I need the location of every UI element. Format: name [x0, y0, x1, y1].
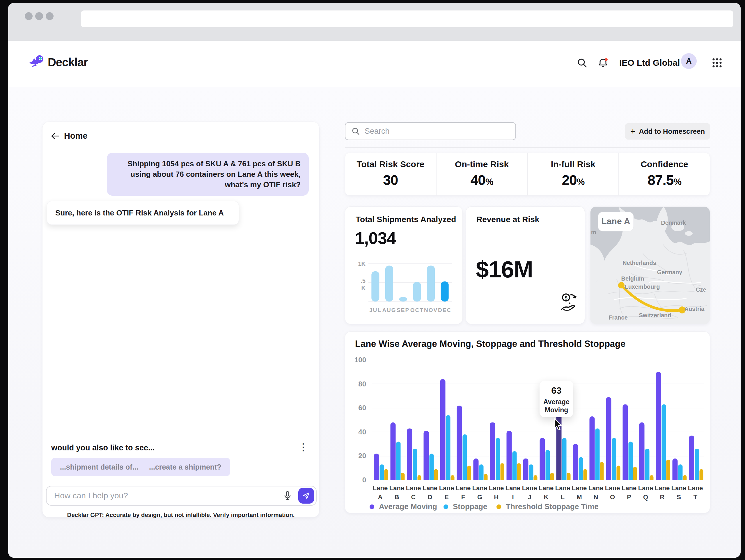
bar-threshold-stoppage-time-lane-a[interactable] — [384, 469, 388, 480]
bar-average-moving-lane-j[interactable] — [523, 458, 528, 480]
bar-average-moving-lane-q[interactable] — [639, 422, 645, 480]
apps-grid-icon[interactable] — [707, 53, 727, 73]
bar-average-moving-lane-b[interactable] — [391, 422, 396, 480]
bar-stoppage-lane-k[interactable] — [546, 450, 550, 480]
search-input[interactable] — [365, 127, 515, 136]
bar-stoppage-lane-e[interactable] — [446, 415, 451, 480]
bar-average-moving-lane-p[interactable] — [623, 405, 628, 480]
send-button[interactable] — [298, 488, 314, 503]
bar-average-moving-lane-d[interactable] — [424, 431, 429, 480]
window-control-close[interactable] — [25, 12, 33, 20]
bar-stoppage-lane-p[interactable] — [628, 442, 633, 480]
bar-threshold-stoppage-time-lane-t[interactable] — [700, 469, 703, 480]
bar-stoppage-lane-t[interactable] — [695, 449, 699, 480]
bar-threshold-stoppage-time-lane-o[interactable] — [617, 465, 620, 480]
bar-average-moving-lane-c[interactable] — [407, 428, 412, 480]
add-to-homescreen-label: Add to Homescreen — [639, 127, 705, 136]
bar-threshold-stoppage-time-lane-b[interactable] — [401, 473, 405, 480]
bar-stoppage-lane-q[interactable] — [645, 449, 650, 480]
lane-xtick: Lane — [389, 484, 404, 492]
bar-threshold-stoppage-time-lane-i[interactable] — [517, 463, 521, 480]
bar-threshold-stoppage-time-lane-n[interactable] — [600, 462, 604, 480]
risk-stats-card: Total Risk Score 30 On-time Risk 40% In-… — [345, 153, 710, 196]
suggestion-chip-shipment-details[interactable]: ...shipment details of... — [51, 458, 147, 476]
notifications-bell-icon[interactable] — [592, 53, 613, 73]
back-home-button[interactable]: Home — [51, 131, 88, 141]
window-control-minimize[interactable] — [35, 12, 43, 20]
legend-item-threshold-stoppage-time[interactable]: Threshold Stoppage Time — [496, 502, 598, 511]
bar-average-moving-lane-n[interactable] — [590, 416, 595, 480]
bar-stoppage-lane-r[interactable] — [662, 405, 666, 480]
add-to-homescreen-button[interactable]: + Add to Homescreen — [625, 123, 710, 140]
bar-average-moving-lane-o[interactable] — [606, 397, 611, 480]
bar-stoppage-lane-m[interactable] — [579, 457, 583, 480]
bar-threshold-stoppage-time-lane-s[interactable] — [683, 475, 687, 480]
revenue-title: Revenue at Risk — [476, 215, 539, 224]
bar-average-moving-lane-r[interactable] — [656, 372, 661, 480]
lane-xtick: Lane — [688, 484, 703, 492]
legend-label: Stoppage — [453, 502, 487, 511]
bar-average-moving-lane-a[interactable] — [374, 454, 379, 480]
legend-label: Threshold Stoppage Time — [506, 502, 598, 511]
header-search-icon[interactable] — [572, 53, 592, 73]
bar-average-moving-lane-t[interactable] — [689, 435, 694, 480]
bar-threshold-stoppage-time-lane-l[interactable] — [567, 473, 571, 480]
legend-item-stoppage[interactable]: Stoppage — [444, 502, 487, 511]
bar-threshold-stoppage-time-lane-m[interactable] — [583, 469, 587, 480]
bar-stoppage-lane-h[interactable] — [496, 438, 500, 480]
bar-stoppage-lane-b[interactable] — [396, 442, 401, 480]
url-bar[interactable] — [81, 10, 733, 27]
bar-threshold-stoppage-time-lane-r[interactable] — [667, 460, 670, 480]
bar-average-moving-lane-f[interactable] — [457, 406, 462, 480]
bar-stoppage-lane-i[interactable] — [513, 451, 517, 480]
bar-stoppage-lane-s[interactable] — [678, 464, 683, 480]
bar-threshold-stoppage-time-lane-e[interactable] — [451, 475, 455, 480]
cash-flow-hand-icon: $ — [560, 293, 578, 313]
mini-bar-aug[interactable] — [385, 266, 393, 302]
lane-xtick-letter: J — [528, 493, 531, 501]
bar-average-moving-lane-s[interactable] — [673, 458, 678, 480]
bar-threshold-stoppage-time-lane-p[interactable] — [633, 467, 637, 480]
bar-stoppage-lane-c[interactable] — [413, 449, 417, 480]
bar-threshold-stoppage-time-lane-j[interactable] — [534, 475, 538, 480]
chat-input[interactable] — [46, 491, 281, 500]
bar-threshold-stoppage-time-lane-k[interactable] — [550, 473, 554, 480]
bar-stoppage-lane-f[interactable] — [463, 434, 467, 480]
bar-threshold-stoppage-time-lane-f[interactable] — [467, 465, 471, 480]
mini-bar-jul[interactable] — [371, 271, 379, 302]
bar-stoppage-lane-g[interactable] — [479, 464, 484, 480]
avatar[interactable]: A — [681, 53, 697, 69]
bar-threshold-stoppage-time-lane-d[interactable] — [434, 469, 438, 480]
bar-average-moving-lane-i[interactable] — [507, 431, 512, 480]
stat-on-time-risk: On-time Risk 40% — [436, 153, 527, 196]
lane-xtick-letter: Q — [643, 493, 648, 501]
bar-average-moving-lane-m[interactable] — [573, 444, 578, 480]
bar-stoppage-lane-o[interactable] — [612, 438, 616, 480]
window-control-zoom[interactable] — [46, 12, 54, 20]
bar-stoppage-lane-l[interactable] — [562, 438, 566, 480]
lane-xtick-letter: A — [378, 493, 383, 501]
brand-logo[interactable]: Decklar — [27, 54, 88, 70]
bar-average-moving-lane-k[interactable] — [540, 438, 545, 480]
legend-item-average-moving[interactable]: Average Moving — [369, 502, 437, 511]
bar-average-moving-lane-g[interactable] — [474, 458, 479, 480]
bar-threshold-stoppage-time-lane-c[interactable] — [418, 475, 421, 480]
bar-average-moving-lane-e[interactable] — [440, 379, 446, 480]
bar-threshold-stoppage-time-lane-h[interactable] — [500, 463, 504, 480]
screenshot-stage: Decklar IEO Ltd Global A — [0, 0, 745, 560]
bar-stoppage-lane-a[interactable] — [380, 464, 384, 480]
mini-bar-nov[interactable] — [427, 266, 435, 302]
mini-bar-oct[interactable] — [413, 282, 421, 302]
microphone-icon[interactable] — [281, 489, 294, 502]
suggestions-menu-icon[interactable]: ⋮ — [297, 441, 309, 453]
suggestion-chip-create-shipment[interactable]: ...create a shipment? — [140, 458, 230, 476]
bar-threshold-stoppage-time-lane-q[interactable] — [650, 475, 654, 480]
mini-bar-dec[interactable] — [441, 281, 449, 302]
bar-average-moving-lane-h[interactable] — [490, 422, 495, 480]
org-selector[interactable]: IEO Ltd Global — [619, 53, 680, 73]
bar-threshold-stoppage-time-lane-g[interactable] — [484, 474, 488, 480]
bar-stoppage-lane-j[interactable] — [529, 464, 533, 480]
bar-stoppage-lane-n[interactable] — [595, 428, 600, 480]
bar-stoppage-lane-d[interactable] — [429, 454, 434, 480]
mini-bar-sep[interactable] — [399, 297, 407, 302]
